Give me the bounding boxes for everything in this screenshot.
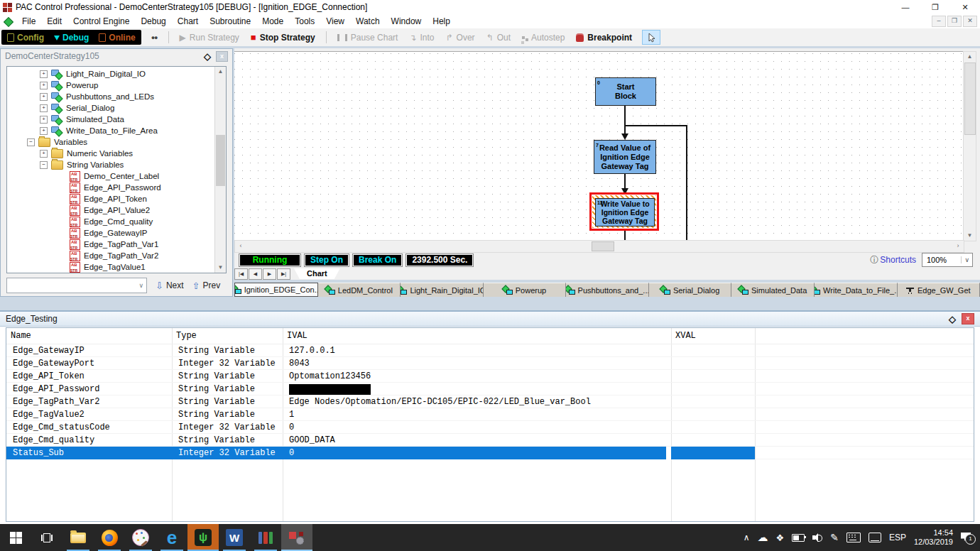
breakpoint-button[interactable]: Breakpoint xyxy=(576,33,632,43)
scroll-up-icon[interactable]: ▲ xyxy=(964,52,976,62)
close-button[interactable]: ✕ xyxy=(950,0,980,14)
tree-item-write-data-to-file-area[interactable]: +Write_Data_to_File_Area xyxy=(7,125,214,136)
watch-cell-ival[interactable]: Optomation123456 xyxy=(283,371,671,381)
run-strategy-button[interactable]: ▶Run Strategy xyxy=(180,33,239,43)
expand-plus-icon[interactable]: + xyxy=(40,70,48,78)
taskbar-paint-button[interactable] xyxy=(125,524,156,551)
menu-item-chart[interactable]: Chart xyxy=(172,14,204,28)
debug-mode-button[interactable]: Debug xyxy=(54,32,89,43)
chart-tab-write-data-to-file[interactable]: Write_Data_to_File_... xyxy=(815,283,898,297)
chart-tab-pushbuttons-and[interactable]: Pushbuttons_and_... xyxy=(566,283,649,297)
menu-item-edit[interactable]: Edit xyxy=(41,14,67,28)
chart-horizontal-scrollbar[interactable]: ‹ › xyxy=(234,240,964,253)
online-mode-button[interactable]: Online xyxy=(99,33,135,43)
battery-icon[interactable] xyxy=(792,534,805,542)
shortcuts-link[interactable]: ⓘShortcuts xyxy=(870,254,916,266)
watch-cell-type[interactable]: String Variable xyxy=(172,371,283,381)
expand-plus-icon[interactable]: + xyxy=(40,116,48,124)
menu-item-file[interactable]: File xyxy=(16,14,41,28)
search-prev-button[interactable]: ⇧Prev xyxy=(192,280,221,291)
nav-next-button[interactable]: ▶ xyxy=(263,268,276,280)
chart-tab-ignition-edge-con[interactable]: Ignition_EDGE_Con... xyxy=(234,283,318,297)
taskbar-file-explorer-button[interactable] xyxy=(62,524,94,551)
menu-item-watch[interactable]: Watch xyxy=(350,14,386,28)
tree-item-pushbuttons-and-leds[interactable]: +Pushbuttons_and_LEDs xyxy=(7,91,214,102)
find-binoculars-icon[interactable]: ●● xyxy=(151,34,158,41)
watch-cell-name[interactable]: Edge_TagValue2 xyxy=(6,410,172,420)
watch-cell-type[interactable]: String Variable xyxy=(172,397,283,407)
write-value-block-breakpoint[interactable]: 12Write Value to Ignition Edge Gateway T… xyxy=(589,192,659,231)
chart-tab-leddm-control[interactable]: LedDM_Control xyxy=(318,283,401,297)
watch-cell-name[interactable]: Edge_GatewayPort xyxy=(6,359,172,369)
menu-item-tools[interactable]: Tools xyxy=(289,14,320,28)
watch-cell-name[interactable]: Edge_Cmd_quality xyxy=(6,435,172,445)
tree-item-edge-tagpath-var1[interactable]: Edge_TagPath_Var1 xyxy=(7,239,214,250)
menu-item-subroutine[interactable]: Subroutine xyxy=(204,14,256,28)
tree-item-edge-api-value2[interactable]: Edge_API_Value2 xyxy=(7,204,214,216)
taskbar-edge-button[interactable]: e xyxy=(156,524,187,551)
tree-item-demo-center-label[interactable]: Demo_Center_Label xyxy=(7,170,214,182)
column-header-xval[interactable]: XVAL xyxy=(671,331,755,341)
tree-item-light-rain-digital-io[interactable]: +Light_Rain_Digital_IO xyxy=(7,68,214,80)
expand-plus-icon[interactable]: + xyxy=(40,127,48,135)
tree-item-edge-api-password[interactable]: Edge_API_Password xyxy=(7,182,214,193)
menu-item-control-engine[interactable]: Control Engine xyxy=(67,14,135,28)
taskbar-green-app-button[interactable]: ψ xyxy=(187,524,219,551)
watch-cell-name[interactable]: Edge_API_Password xyxy=(6,384,172,394)
watch-cell-name[interactable]: Edge_GatewayIP xyxy=(6,346,172,356)
watch-cell-ival[interactable]: 0 xyxy=(283,422,671,432)
watch-cell-type[interactable]: String Variable xyxy=(172,384,283,394)
pin-diamond-icon[interactable]: ◇ xyxy=(204,51,211,62)
search-input[interactable]: ∨ xyxy=(6,278,147,293)
notification-center-icon[interactable]: 1 xyxy=(961,533,973,542)
nav-first-button[interactable]: |◀ xyxy=(234,268,248,280)
select-cursor-tool-button[interactable] xyxy=(642,30,660,45)
pen-icon[interactable]: ✎ xyxy=(830,532,839,543)
tree-item-variables[interactable]: −Variables xyxy=(7,136,214,148)
taskbar-task-view-button[interactable] xyxy=(31,524,62,551)
watch-cell-name[interactable]: Edge_Cmd_statusCode xyxy=(6,422,172,432)
collapse-minus-icon[interactable]: − xyxy=(27,138,35,146)
tree-scrollbar[interactable]: ▲ ▼ xyxy=(214,67,226,273)
chevron-down-icon[interactable]: ∨ xyxy=(138,282,146,289)
mdi-minimize-button[interactable]: – xyxy=(932,16,946,27)
taskbar-firefox-button[interactable] xyxy=(94,524,125,551)
nav-last-button[interactable]: ▶| xyxy=(277,268,290,280)
column-header-type[interactable]: Type xyxy=(172,331,283,341)
watch-cell-type[interactable]: String Variable xyxy=(172,346,283,356)
expand-plus-icon[interactable]: + xyxy=(40,93,48,101)
clock[interactable]: 14:54 12/03/2019 xyxy=(914,528,953,547)
restore-button[interactable]: ❐ xyxy=(920,0,950,14)
mdi-restore-button[interactable]: ❐ xyxy=(947,16,962,27)
watch-row-edge-tagvalue2[interactable]: Edge_TagValue2String Variable1 xyxy=(6,408,974,421)
into-button[interactable]: ↴Into xyxy=(409,33,434,43)
tree-item-edge-tagvalue1[interactable]: Edge_TagValue1 xyxy=(7,261,214,273)
expand-plus-icon[interactable]: + xyxy=(40,104,48,112)
tree-item-edge-api-token[interactable]: Edge_API_Token xyxy=(7,193,214,204)
watch-row-edge-api-token[interactable]: Edge_API_TokenString VariableOptomation1… xyxy=(6,370,974,383)
menu-item-mode[interactable]: Mode xyxy=(256,14,289,28)
watch-row-edge-tagpath-var2[interactable]: Edge_TagPath_Var2String VariableEdge Nod… xyxy=(6,395,974,408)
stop-strategy-button[interactable]: ■Stop Strategy xyxy=(251,32,315,43)
read-value-block[interactable]: 7Read Value of Ignition Edge Gateway Tag xyxy=(594,140,656,174)
menu-item-window[interactable]: Window xyxy=(386,14,428,28)
flowchart-canvas[interactable]: 0Start Block 7Read Value of Ignition Edg… xyxy=(234,51,963,241)
menu-item-view[interactable]: View xyxy=(320,14,350,28)
minimize-button[interactable]: — xyxy=(891,0,920,14)
over-button[interactable]: ↱Over xyxy=(446,33,475,43)
nav-prev-button[interactable]: ◀ xyxy=(249,268,262,280)
start-block[interactable]: 0Start Block xyxy=(595,77,656,106)
mdi-close-button[interactable]: ✕ xyxy=(963,16,977,27)
speaker-icon[interactable] xyxy=(812,533,822,542)
watch-cell-type[interactable]: String Variable xyxy=(172,410,283,420)
watch-row-edge-cmd-statuscode[interactable]: Edge_Cmd_statusCodeInteger 32 Variable0 xyxy=(6,421,974,434)
watch-cell-ival[interactable]: 127.0.0.1 xyxy=(283,346,671,356)
scroll-left-icon[interactable]: ‹ xyxy=(235,241,246,251)
watch-row-edge-gatewayport[interactable]: Edge_GatewayPortInteger 32 Variable8043 xyxy=(6,357,974,370)
watch-cell-type[interactable]: Integer 32 Variable xyxy=(172,359,283,369)
out-button[interactable]: ↰Out xyxy=(486,33,511,43)
watch-cell-ival[interactable]: Edge Nodes/Optomation/EPIC-DC105/EPIC-02… xyxy=(283,397,671,407)
watch-row-edge-gatewayip[interactable]: Edge_GatewayIPString Variable127.0.0.1 xyxy=(6,344,974,357)
tree-item-edge-gatewayip[interactable]: Edge_GatewayIP xyxy=(7,227,214,239)
watch-cell-type[interactable]: String Variable xyxy=(172,435,283,445)
